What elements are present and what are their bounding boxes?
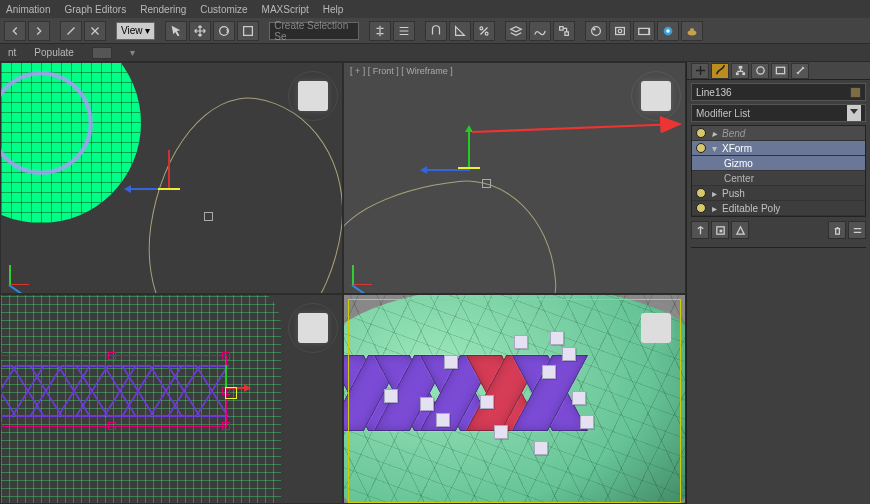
command-panel: Line136 Modifier List ▸ Bend ▾ XForm Giz… [686, 62, 870, 504]
command-panel-tabs [687, 62, 870, 80]
svg-point-7 [593, 28, 595, 30]
svg-rect-17 [742, 72, 745, 75]
menu-bar: Animation Graph Editors Rendering Custom… [0, 0, 870, 18]
teapot-render-button[interactable] [681, 21, 703, 41]
curve-editor-button[interactable] [529, 21, 551, 41]
viewcube[interactable] [641, 313, 671, 343]
stack-toolbar [691, 221, 866, 241]
render-setup-button[interactable] [609, 21, 631, 41]
lightbulb-icon[interactable] [696, 128, 706, 138]
material-editor-button[interactable] [585, 21, 607, 41]
undo-button[interactable] [4, 21, 26, 41]
svg-rect-16 [735, 72, 738, 75]
viewcube[interactable] [298, 313, 328, 343]
scale-button[interactable] [237, 21, 259, 41]
render-button[interactable] [657, 21, 679, 41]
svg-rect-5 [565, 31, 569, 35]
svg-point-18 [756, 67, 763, 74]
svg-point-3 [486, 32, 489, 35]
stack-item-editable-poly[interactable]: ▸ Editable Poly [692, 201, 865, 216]
show-end-result-button[interactable] [711, 221, 729, 239]
mirror-button[interactable] [369, 21, 391, 41]
lightbulb-icon[interactable] [696, 143, 706, 153]
link-button[interactable] [60, 21, 82, 41]
svg-rect-13 [691, 28, 695, 31]
layer-manager-button[interactable] [505, 21, 527, 41]
stack-item-xform[interactable]: ▾ XForm [692, 141, 865, 156]
render-frame-button[interactable] [633, 21, 655, 41]
rotate-button[interactable] [213, 21, 235, 41]
remove-modifier-button[interactable] [828, 221, 846, 239]
viewport-area: [ + ] [ Front ] [ Wireframe ] [0, 62, 686, 504]
viewport-left[interactable] [0, 294, 343, 504]
modifier-list-dropdown[interactable]: Modifier List [691, 104, 866, 122]
ribbon-item-populate[interactable]: Populate [34, 47, 73, 58]
tab-modify[interactable] [711, 63, 729, 79]
viewcube[interactable] [641, 81, 671, 111]
rollout-area [691, 247, 866, 265]
svg-rect-4 [560, 26, 564, 30]
svg-rect-21 [719, 229, 722, 232]
configure-sets-button[interactable] [848, 221, 866, 239]
axis-tripod [352, 263, 374, 285]
stack-item-bend[interactable]: ▸ Bend [692, 126, 865, 141]
modifier-stack[interactable]: ▸ Bend ▾ XForm Gizmo Center ▸ Push ▸ Edi… [691, 125, 866, 217]
spline-curve [343, 172, 562, 294]
angle-snap-toggle[interactable] [449, 21, 471, 41]
main-toolbar: View ▾ Create Selection Se [0, 18, 870, 44]
menu-animation[interactable]: Animation [6, 4, 50, 15]
svg-point-0 [220, 26, 229, 35]
stack-subitem-center[interactable]: Center [692, 171, 865, 186]
make-unique-button[interactable] [731, 221, 749, 239]
tab-utilities[interactable] [791, 63, 809, 79]
menu-customize[interactable]: Customize [200, 4, 247, 15]
schematic-button[interactable] [553, 21, 575, 41]
tab-hierarchy[interactable] [731, 63, 749, 79]
svg-rect-15 [738, 66, 742, 69]
viewport-top[interactable] [0, 62, 343, 294]
viewport-perspective[interactable] [343, 294, 686, 504]
stack-subitem-gizmo[interactable]: Gizmo [692, 156, 865, 171]
axis-tripod [9, 263, 31, 285]
tab-motion[interactable] [751, 63, 769, 79]
svg-rect-8 [616, 27, 625, 34]
unlink-button[interactable] [84, 21, 106, 41]
svg-rect-19 [776, 67, 784, 73]
svg-point-6 [592, 26, 601, 35]
svg-point-9 [619, 29, 623, 33]
tab-display[interactable] [771, 63, 789, 79]
svg-rect-1 [244, 26, 253, 35]
redo-button[interactable] [28, 21, 50, 41]
snap-toggle[interactable] [425, 21, 447, 41]
menu-maxscript[interactable]: MAXScript [262, 4, 309, 15]
ribbon-item-nt[interactable]: nt [8, 47, 16, 58]
menu-rendering[interactable]: Rendering [140, 4, 186, 15]
chevron-down-icon [847, 105, 861, 121]
tab-create[interactable] [691, 63, 709, 79]
selection-bracket[interactable] [0, 355, 227, 427]
stack-item-push[interactable]: ▸ Push [692, 186, 865, 201]
object-name-field[interactable]: Line136 [691, 83, 866, 101]
reference-coord-dropdown[interactable]: View ▾ [116, 22, 155, 40]
pin-stack-button[interactable] [691, 221, 709, 239]
move-button[interactable] [189, 21, 211, 41]
viewport-label[interactable]: [ + ] [ Front ] [ Wireframe ] [350, 66, 453, 76]
svg-rect-10 [639, 28, 650, 34]
viewport-front[interactable]: [ + ] [ Front ] [ Wireframe ] [343, 62, 686, 294]
ribbon-bar: nt Populate ▾ [0, 44, 870, 62]
object-color-swatch[interactable] [850, 87, 861, 98]
mesh-sphere-wire [0, 62, 141, 223]
lightbulb-icon[interactable] [696, 203, 706, 213]
menu-help[interactable]: Help [323, 4, 344, 15]
viewcube[interactable] [298, 81, 328, 111]
camera-icon[interactable] [92, 47, 112, 59]
lightbulb-icon[interactable] [696, 188, 706, 198]
menu-graph-editors[interactable]: Graph Editors [64, 4, 126, 15]
select-button[interactable] [165, 21, 187, 41]
percent-snap-toggle[interactable] [473, 21, 495, 41]
named-selection-input[interactable]: Create Selection Se [269, 22, 359, 40]
align-button[interactable] [393, 21, 415, 41]
svg-point-2 [480, 26, 483, 29]
